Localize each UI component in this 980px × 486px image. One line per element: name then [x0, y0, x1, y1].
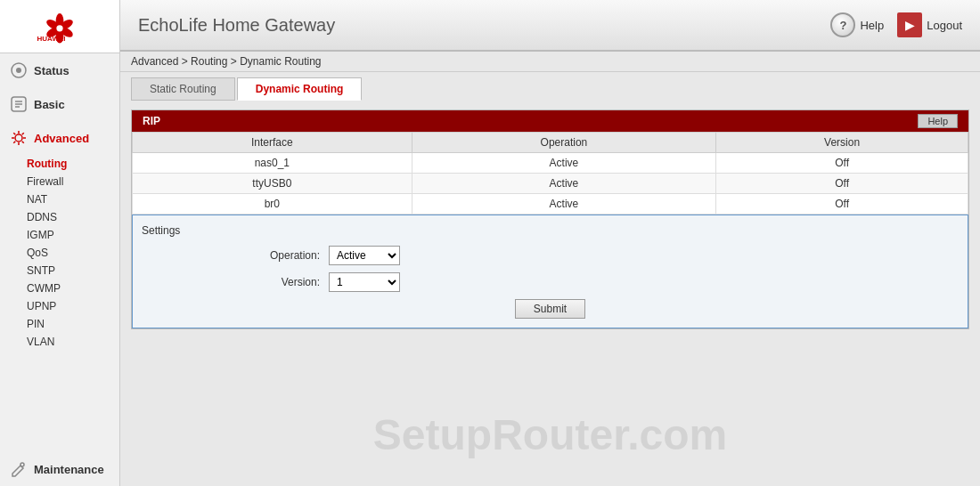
content-area: RIP Help Interface Operation Version nas… — [120, 101, 980, 486]
watermark: SetupRouter.com — [373, 410, 727, 459]
table-row: ttyUSB0ActiveOff — [133, 174, 968, 194]
logout-label: Logout — [927, 19, 962, 32]
submit-button[interactable]: Submit — [515, 299, 585, 319]
svg-point-10 — [16, 68, 21, 73]
breadcrumb-advanced[interactable]: Advanced — [131, 55, 178, 68]
cell-interface: br0 — [133, 194, 412, 215]
sidebar: HUAWEI Status Basic Advanced Routing Fir… — [0, 0, 120, 486]
table-row: nas0_1ActiveOff — [133, 153, 968, 174]
sidebar-item-qos[interactable]: QoS — [9, 244, 119, 262]
svg-point-16 — [20, 463, 24, 466]
tab-dynamic-routing[interactable]: Dynamic Routing — [237, 77, 363, 101]
help-label: Help — [860, 19, 884, 32]
sidebar-item-firewall[interactable]: Firewall — [9, 173, 119, 190]
sidebar-item-nat[interactable]: NAT — [9, 190, 119, 208]
svg-point-7 — [56, 25, 62, 31]
main-content: EchoLife Home Gateway ? Help ▶ Logout Ad… — [120, 0, 980, 486]
logout-button[interactable]: ▶ Logout — [897, 12, 962, 37]
cell-version: Off — [716, 174, 968, 194]
settings-title: Settings — [142, 224, 959, 237]
svg-point-15 — [15, 134, 22, 142]
rip-title: RIP — [143, 115, 160, 127]
cell-operation: Active — [412, 174, 716, 194]
rip-table-body: nas0_1ActiveOffttyUSB0ActiveOffbr0Active… — [133, 153, 968, 215]
logo-area: HUAWEI — [0, 0, 119, 53]
sidebar-item-maintenance[interactable]: Maintenance — [0, 452, 119, 486]
maintenance-icon — [9, 459, 29, 479]
status-icon — [9, 61, 29, 80]
version-select[interactable]: 12 — [329, 272, 400, 292]
col-operation: Operation — [412, 133, 716, 153]
sidebar-item-vlan[interactable]: VLAN — [9, 333, 119, 351]
col-version: Version — [716, 133, 968, 153]
sidebar-item-status[interactable]: Status — [0, 53, 119, 87]
rip-table: Interface Operation Version nas0_1Active… — [132, 132, 968, 215]
version-row: Version: 12 — [142, 272, 959, 292]
sidebar-item-upnp[interactable]: UPNP — [9, 297, 119, 315]
cell-version: Off — [716, 153, 968, 174]
sidebar-item-ddns[interactable]: DDNS — [9, 208, 119, 226]
advanced-icon — [9, 128, 29, 148]
operation-select[interactable]: ActiveInactive — [329, 246, 400, 265]
huawei-logo: HUAWEI — [33, 9, 86, 45]
col-interface: Interface — [133, 133, 412, 153]
header: EchoLife Home Gateway ? Help ▶ Logout — [120, 0, 980, 52]
svg-text:HUAWEI: HUAWEI — [37, 35, 66, 43]
sidebar-item-maintenance-label: Maintenance — [34, 463, 104, 476]
version-label: Version: — [142, 276, 320, 288]
sidebar-item-sntp[interactable]: SNTP — [9, 262, 119, 279]
sidebar-item-igmp[interactable]: IGMP — [9, 226, 119, 244]
help-button[interactable]: ? Help — [830, 12, 884, 37]
advanced-submenu: Routing Firewall NAT DDNS IGMP QoS SNTP … — [0, 155, 119, 351]
table-row: br0ActiveOff — [133, 194, 968, 215]
help-icon: ? — [830, 12, 855, 37]
basic-icon — [9, 94, 29, 114]
sidebar-item-cwmp[interactable]: CWMP — [9, 279, 119, 297]
breadcrumb-routing[interactable]: Routing — [191, 55, 227, 68]
cell-operation: Active — [412, 153, 716, 174]
cell-interface: nas0_1 — [133, 153, 412, 174]
cell-interface: ttyUSB0 — [133, 174, 412, 194]
tab-static-routing[interactable]: Static Routing — [131, 77, 235, 101]
header-right: ? Help ▶ Logout — [830, 12, 962, 37]
sidebar-item-basic-label: Basic — [34, 98, 65, 111]
cell-operation: Active — [412, 194, 716, 215]
submit-row: Submit — [142, 299, 959, 319]
page-title: EchoLife Home Gateway — [138, 15, 335, 36]
rip-section: RIP Help Interface Operation Version nas… — [131, 109, 969, 329]
operation-label: Operation: — [142, 249, 320, 262]
breadcrumb-separator1: > — [182, 55, 191, 68]
sidebar-item-advanced[interactable]: Advanced — [0, 121, 119, 155]
sidebar-item-routing[interactable]: Routing — [9, 155, 119, 173]
logout-icon: ▶ — [897, 12, 922, 37]
settings-box: Settings Operation: ActiveInactive Versi… — [132, 215, 968, 328]
rip-header: RIP Help — [132, 110, 968, 132]
sidebar-item-basic[interactable]: Basic — [0, 87, 119, 121]
rip-help-button[interactable]: Help — [918, 114, 958, 128]
sidebar-item-advanced-label: Advanced — [34, 132, 89, 145]
breadcrumb: Advanced > Routing > Dynamic Routing — [120, 52, 980, 72]
cell-version: Off — [716, 194, 968, 215]
sidebar-item-status-label: Status — [34, 64, 69, 77]
tabs: Static Routing Dynamic Routing — [120, 72, 980, 101]
breadcrumb-dynamic-routing: Dynamic Routing — [240, 55, 321, 68]
operation-row: Operation: ActiveInactive — [142, 246, 959, 265]
sidebar-item-pin[interactable]: PIN — [9, 315, 119, 333]
breadcrumb-separator2: > — [231, 55, 240, 68]
